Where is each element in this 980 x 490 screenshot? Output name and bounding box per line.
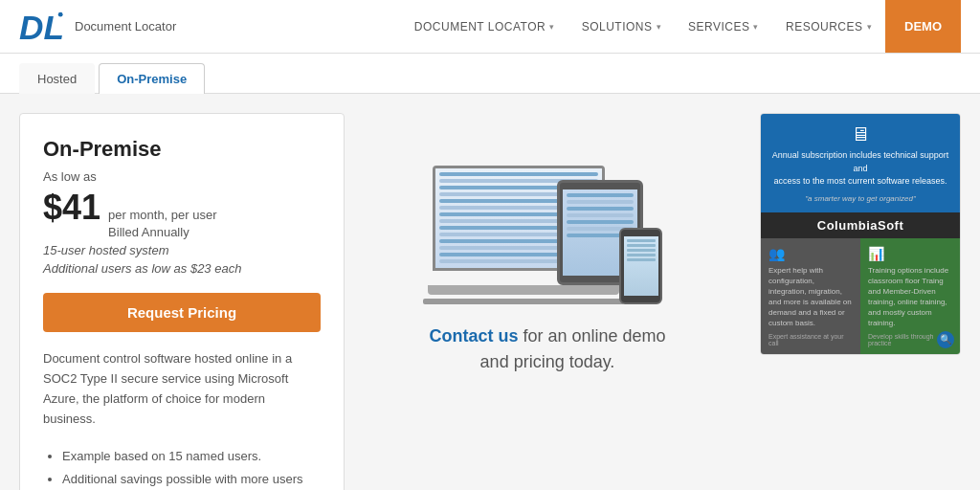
plan-description: Document control software hosted online … bbox=[43, 349, 321, 429]
promo-bottom: 👥 Expert help with configuration, integr… bbox=[761, 238, 960, 354]
logo-text: Document Locator bbox=[75, 19, 176, 33]
promo-people-icon-row: 👥 bbox=[768, 246, 853, 261]
pricing-panel: On-Premise As low as $41 per month, per … bbox=[19, 113, 345, 490]
middle-panel: Contact us for an online demoand pricing… bbox=[345, 113, 750, 394]
people-icon: 👥 bbox=[768, 246, 785, 261]
chevron-down-icon: ▾ bbox=[657, 22, 662, 32]
tab-hosted[interactable]: Hosted bbox=[19, 63, 95, 94]
search-icon[interactable]: 🔍 bbox=[937, 331, 954, 348]
device-illustration bbox=[423, 132, 672, 304]
request-pricing-button[interactable]: Request Pricing bbox=[43, 293, 321, 332]
list-item: Example based on 15 named users. bbox=[62, 445, 321, 469]
main-nav: DOCUMENT LOCATOR ▾ SOLUTIONS ▾ SERVICES … bbox=[401, 0, 961, 53]
as-low-as-label: As low as bbox=[43, 169, 321, 184]
columbia-soft-banner: ColumbiaSoft bbox=[761, 212, 960, 238]
chevron-down-icon: ▾ bbox=[867, 22, 873, 32]
contact-us-link[interactable]: Contact us bbox=[429, 326, 518, 345]
plan-title: On-Premise bbox=[43, 137, 321, 162]
promo-right-text: Training options include classroom floor… bbox=[868, 265, 952, 329]
tabs-row: Hosted On-Premise bbox=[0, 54, 980, 94]
nav-services[interactable]: SERVICES ▾ bbox=[675, 0, 772, 53]
price-note-2: Additional users as low as $23 each bbox=[43, 261, 321, 276]
list-item: Additional savings possible with more us… bbox=[62, 468, 321, 490]
svg-point-1 bbox=[58, 11, 63, 16]
nav-document-locator[interactable]: DOCUMENT LOCATOR ▾ bbox=[401, 0, 568, 53]
svg-text:DL: DL bbox=[19, 8, 64, 45]
promo-top: 🖥 Annual subscription includes technical… bbox=[761, 114, 960, 212]
promo-tagline: "a smarter way to get organized" bbox=[805, 194, 916, 203]
price-detail: per month, per user Billed Annually bbox=[108, 207, 216, 241]
phone-icon bbox=[619, 228, 662, 304]
price-note-1: 15-user hosted system bbox=[43, 243, 321, 257]
computer-icon: 🖥 bbox=[851, 123, 870, 145]
promo-left-footer: Expert assistance at your call bbox=[768, 333, 853, 346]
price-row: $41 per month, per user Billed Annually bbox=[43, 188, 321, 241]
nav-demo-button[interactable]: DEMO bbox=[885, 0, 961, 53]
nav-resources[interactable]: RESOURCES ▾ bbox=[772, 0, 885, 53]
logo-area: DL Document Locator bbox=[19, 8, 176, 46]
training-icon: 📊 bbox=[868, 246, 884, 261]
main-content: On-Premise As low as $41 per month, per … bbox=[0, 94, 980, 490]
bullet-list: Example based on 15 named users. Additio… bbox=[43, 445, 321, 490]
promo-left-text: Expert help with configuration, integrat… bbox=[768, 265, 853, 329]
dl-logo-icon: DL bbox=[19, 8, 65, 46]
promo-top-text: Annual subscription includes technical s… bbox=[770, 149, 950, 189]
header: DL Document Locator DOCUMENT LOCATOR ▾ S… bbox=[0, 0, 980, 54]
chevron-down-icon: ▾ bbox=[753, 22, 759, 32]
promo-right-col: 📊 Training options include classroom flo… bbox=[860, 238, 960, 354]
promo-left-col: 👥 Expert help with configuration, integr… bbox=[761, 238, 860, 354]
chevron-down-icon: ▾ bbox=[549, 22, 555, 32]
contact-cta-text: Contact us for an online demoand pricing… bbox=[429, 323, 665, 375]
right-panel: 🖥 Annual subscription includes technical… bbox=[760, 113, 961, 355]
nav-solutions[interactable]: SOLUTIONS ▾ bbox=[568, 0, 675, 53]
tab-on-premise[interactable]: On-Premise bbox=[99, 63, 205, 94]
price-value: $41 bbox=[43, 188, 100, 228]
promo-card: 🖥 Annual subscription includes technical… bbox=[760, 113, 961, 355]
promo-training-icon-row: 📊 bbox=[868, 246, 952, 261]
